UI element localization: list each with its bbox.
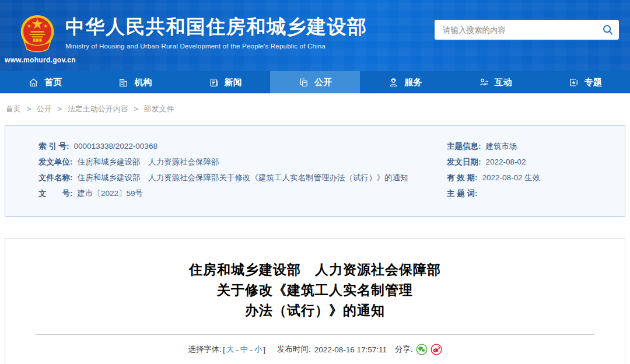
bracket-open: [ <box>223 345 225 354</box>
doc-info-left-column: 索 引 号:000013338/2022-00368 发文单位:住房和城乡建设部… <box>38 141 447 204</box>
info-value: 住房和城乡建设部 人力资源社会保障部关于修改《建筑工人实名制管理办法（试行）》的… <box>78 173 408 182</box>
info-row-issue-date: 发文日期:2022-08-02 <box>447 157 625 167</box>
nav-tab-label: 首页 <box>44 77 62 88</box>
breadcrumb-separator: > <box>27 104 32 113</box>
nav-tab-label: 互动 <box>495 77 512 88</box>
font-size-medium-button[interactable]: 中 <box>240 344 249 355</box>
national-emblem-icon <box>19 14 55 54</box>
doc-info-right-column: 主题信息:建筑市场 发文日期:2022-08-02 有 效 期:2022-08-… <box>447 141 625 204</box>
info-row-keywords: 主 题 词: <box>447 188 625 199</box>
publish-time-value: 2022-08-16 17:57:11 <box>314 345 387 354</box>
search-input[interactable] <box>435 20 592 40</box>
publish-time-label: 发布时间: <box>277 344 311 355</box>
article-title-line: 关于修改《建筑工人实名制管理 <box>5 280 625 300</box>
nav-tab-label: 公开 <box>314 77 332 88</box>
info-row-document-number: 文 号:建市〔2022〕59号 <box>38 188 447 199</box>
nav-tab-news[interactable]: 新闻 <box>180 71 270 93</box>
nav-tab-interaction[interactable]: 互动 <box>450 71 540 93</box>
nav-tab-service[interactable]: 服务 <box>360 71 450 93</box>
info-label: 文 号: <box>38 189 73 198</box>
organization-icon <box>118 77 129 88</box>
topics-icon <box>568 77 579 88</box>
breadcrumb-item-disclosure[interactable]: 公开 <box>37 104 52 113</box>
font-select-label: 选择字体: <box>188 344 222 355</box>
doc-info-box: 索 引 号:000013338/2022-00368 发文单位:住房和城乡建设部… <box>5 125 625 217</box>
nav-tab-home[interactable]: 首页 <box>0 71 90 93</box>
title-divider <box>36 334 594 335</box>
search-box <box>435 20 619 40</box>
font-size-dash: - <box>250 345 253 354</box>
article-card: 住房和城乡建设部 人力资源社会保障部 关于修改《建筑工人实名制管理 办法（试行）… <box>5 238 625 364</box>
info-label: 主题信息: <box>447 142 481 150</box>
info-value: 建市〔2022〕59号 <box>78 189 144 198</box>
nav-tab-label: 机构 <box>134 77 152 88</box>
publish-time-group: 发布时间: 2022-08-16 17:57:11 <box>277 344 387 355</box>
font-size-large-button[interactable]: 大 <box>226 344 235 355</box>
page: www.mohurd.gov.cn 中华人民共和国住房和城乡建设部 Minist… <box>0 0 630 364</box>
breadcrumb-separator: > <box>57 104 62 113</box>
info-value: 住房和城乡建设部 人力资源社会保障部 <box>78 158 219 166</box>
breadcrumb: 首页 > 公开 > 法定主动公开内容 > 部发文件 <box>0 93 630 114</box>
info-row-effective-date: 有 效 期:2022-08-02 生效 <box>447 173 625 183</box>
nav-tab-label: 新闻 <box>225 77 242 88</box>
wechat-share-icon[interactable] <box>416 344 428 355</box>
site-subtitle: Ministry of Housing and Urban-Rural Deve… <box>65 43 368 50</box>
font-size-selector: 选择字体: [ 大 - 中 - 小 ] <box>188 344 265 355</box>
info-label: 索 引 号: <box>38 142 69 150</box>
font-size-small-button[interactable]: 小 <box>254 344 262 355</box>
info-label: 发文单位: <box>38 158 73 166</box>
article-title-line: 办法（试行）》的通知 <box>5 300 625 321</box>
info-row-document-name: 文件名称:住房和城乡建设部 人力资源社会保障部关于修改《建筑工人实名制管理办法（… <box>38 173 447 183</box>
search-icon[interactable] <box>602 24 614 36</box>
weibo-share-icon[interactable] <box>430 344 442 355</box>
nav-tab-organization[interactable]: 机构 <box>90 71 180 93</box>
breadcrumb-separator: > <box>134 104 138 113</box>
info-row-index-number: 索 引 号:000013338/2022-00368 <box>38 141 447 152</box>
bracket-close: ] <box>263 345 265 354</box>
site-title-block: 中华人民共和国住房和城乡建设部 Ministry of Housing and … <box>65 14 368 50</box>
breadcrumb-item-statutory[interactable]: 法定主动公开内容 <box>68 104 128 113</box>
interaction-icon <box>478 77 489 88</box>
breadcrumb-item-home[interactable]: 首页 <box>6 104 21 113</box>
home-icon <box>28 77 39 88</box>
info-label: 发文日期: <box>447 158 481 166</box>
info-value: 2022-08-02 <box>486 158 526 166</box>
info-label: 有 效 期: <box>447 173 478 182</box>
info-value: 建筑市场 <box>486 142 517 150</box>
info-label: 文件名称: <box>38 173 73 182</box>
font-size-dash: - <box>236 345 239 354</box>
info-label: 主 题 词: <box>447 189 478 198</box>
article-title-line: 住房和城乡建设部 人力资源社会保障部 <box>5 260 625 280</box>
site-header: www.mohurd.gov.cn 中华人民共和国住房和城乡建设部 Minist… <box>0 0 630 71</box>
info-row-issuing-unit: 发文单位:住房和城乡建设部 人力资源社会保障部 <box>38 157 447 167</box>
service-icon <box>388 77 399 88</box>
info-value: 000013338/2022-00368 <box>74 142 158 150</box>
nav-tab-disclosure[interactable]: 公开 <box>270 71 360 93</box>
info-value: 2022-08-02 生效 <box>482 173 541 182</box>
site-url: www.mohurd.gov.cn <box>5 56 70 64</box>
news-icon <box>208 77 219 88</box>
share-label: 分享: <box>395 344 413 355</box>
nav-tab-label: 服务 <box>404 77 422 88</box>
breadcrumb-item-current: 部发文件 <box>144 104 174 113</box>
disclosure-icon <box>298 77 309 88</box>
info-row-topic-info: 主题信息:建筑市场 <box>447 141 625 152</box>
article-title: 住房和城乡建设部 人力资源社会保障部 关于修改《建筑工人实名制管理 办法（试行）… <box>5 260 625 321</box>
site-title: 中华人民共和国住房和城乡建设部 <box>65 14 368 40</box>
article-meta-bar: 选择字体: [ 大 - 中 - 小 ] 发布时间: 2022-08-16 17:… <box>5 344 625 355</box>
nav-tab-label: 专题 <box>584 77 602 88</box>
share-group: 分享: <box>395 344 442 355</box>
main-nav: 首页 机构 新闻 <box>0 71 630 93</box>
nav-tab-topics[interactable]: 专题 <box>540 71 630 93</box>
